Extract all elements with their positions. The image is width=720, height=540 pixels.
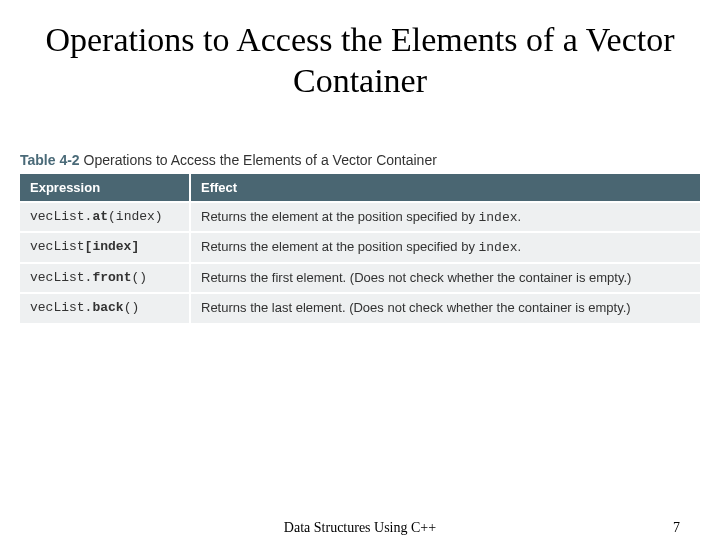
cell-expression: vecList[index] [20,232,190,263]
footer-text: Data Structures Using C++ [284,520,436,536]
table-caption-text: Operations to Access the Elements of a V… [84,152,437,168]
table-caption: Table 4-2 Operations to Access the Eleme… [20,152,700,168]
page-number: 7 [673,520,680,536]
table-row: vecList.back() Returns the last element.… [20,293,700,323]
slide-title: Operations to Access the Elements of a V… [0,0,720,112]
table-header-row: Expression Effect [20,174,700,202]
table-container: Table 4-2 Operations to Access the Eleme… [20,152,700,323]
cell-effect: Returns the element at the position spec… [190,202,700,233]
col-header-effect: Effect [190,174,700,202]
table-number: Table 4-2 [20,152,80,168]
cell-expression: vecList.front() [20,263,190,294]
col-header-expression: Expression [20,174,190,202]
cell-expression: vecList.back() [20,293,190,323]
table-row: vecList[index] Returns the element at th… [20,232,700,263]
cell-effect: Returns the last element. (Does not chec… [190,293,700,323]
cell-effect: Returns the first element. (Does not che… [190,263,700,294]
table-row: vecList.front() Returns the first elemen… [20,263,700,294]
cell-expression: vecList.at(index) [20,202,190,233]
table-row: vecList.at(index) Returns the element at… [20,202,700,233]
operations-table: Expression Effect vecList.at(index) Retu… [20,174,700,323]
cell-effect: Returns the element at the position spec… [190,232,700,263]
